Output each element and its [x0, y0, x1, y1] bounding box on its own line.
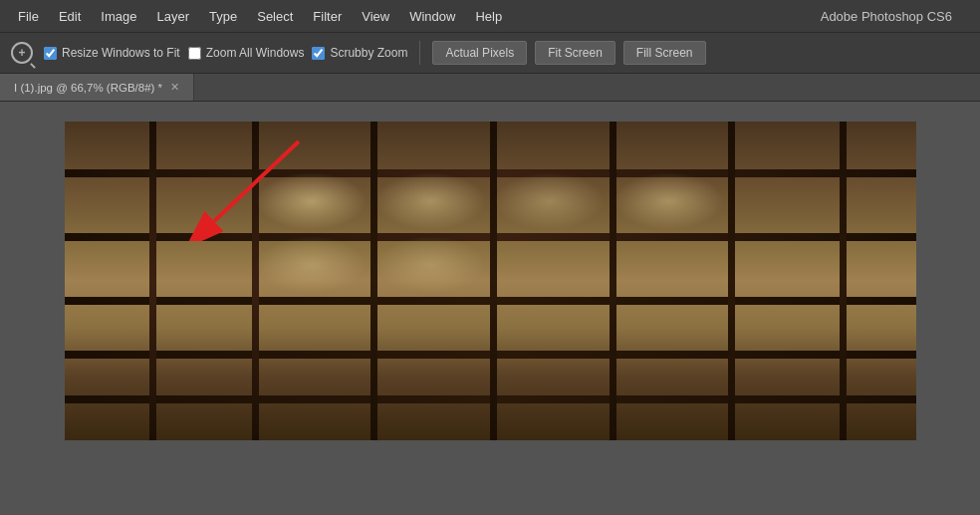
menu-filter[interactable]: Filter [303, 5, 352, 28]
menu-help[interactable]: Help [465, 5, 512, 28]
resize-windows-label: Resize Windows to Fit [62, 46, 180, 60]
zoom-all-windows-label: Zoom All Windows [206, 46, 305, 60]
zoom-tool-icon: + [8, 39, 36, 67]
menu-type[interactable]: Type [199, 5, 247, 28]
document-tab[interactable]: I (1).jpg @ 66,7% (RGB/8#) * ✕ [0, 74, 194, 101]
zoom-all-windows-option: Zoom All Windows [188, 46, 305, 60]
app-title: Adobe Photoshop CS6 [821, 9, 972, 24]
menu-layer[interactable]: Layer [147, 5, 200, 28]
scrubby-zoom-option: Scrubby Zoom [312, 46, 407, 60]
zoom-all-windows-checkbox[interactable] [188, 47, 201, 60]
ceiling-photo [65, 122, 916, 440]
menu-file[interactable]: File [8, 5, 49, 28]
actual-pixels-button[interactable]: Actual Pixels [432, 41, 527, 65]
menu-window[interactable]: Window [399, 5, 465, 28]
menu-bar: File Edit Image Layer Type Select Filter… [0, 0, 980, 32]
divider-1 [419, 41, 420, 65]
fill-screen-button[interactable]: Fill Screen [623, 41, 706, 65]
tool-options-bar: + Resize Windows to Fit Zoom All Windows… [0, 32, 980, 74]
fit-screen-button[interactable]: Fit Screen [535, 41, 615, 65]
menu-image[interactable]: Image [91, 5, 146, 28]
document-tab-label: I (1).jpg @ 66,7% (RGB/8#) * [14, 82, 162, 94]
document-close-button[interactable]: ✕ [170, 81, 179, 94]
canvas-document [65, 122, 916, 440]
menu-view[interactable]: View [352, 5, 399, 28]
resize-windows-option: Resize Windows to Fit [44, 46, 180, 60]
resize-windows-checkbox[interactable] [44, 47, 57, 60]
menu-edit[interactable]: Edit [49, 5, 91, 28]
scrubby-zoom-checkbox[interactable] [312, 47, 325, 60]
zoom-icon-shape: + [11, 42, 33, 64]
canvas-area [0, 102, 980, 515]
doc-tab-bar: I (1).jpg @ 66,7% (RGB/8#) * ✕ [0, 74, 980, 102]
scrubby-zoom-label: Scrubby Zoom [330, 46, 407, 60]
zoom-plus-sign: + [18, 47, 25, 59]
menu-select[interactable]: Select [247, 5, 303, 28]
